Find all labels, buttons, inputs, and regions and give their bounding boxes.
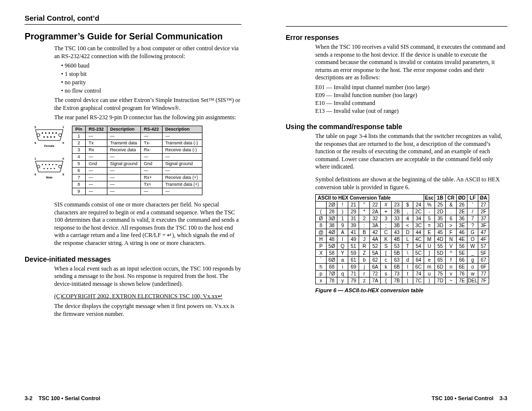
pin-col-header: Pin bbox=[72, 126, 86, 133]
para4: SIS commands consist of one or more char… bbox=[54, 201, 241, 247]
table-cell: 6Ø bbox=[327, 257, 337, 264]
table-cell: ~ bbox=[446, 277, 457, 284]
table-cell: > bbox=[446, 222, 457, 229]
db9-female: 5 1 9 6 Female bbox=[34, 126, 64, 147]
table-cell: 2Ø bbox=[327, 202, 337, 208]
table-cell: 4 bbox=[402, 215, 413, 222]
bullet-item: 1 stop bit bbox=[61, 70, 241, 78]
table-cell: 6 bbox=[446, 215, 457, 222]
table-cell: 27 bbox=[478, 202, 489, 208]
footer-left: 3-2 TSC 100 • Serial Control bbox=[25, 395, 100, 401]
table-cell: 3E bbox=[457, 222, 467, 229]
table-cell: — bbox=[107, 133, 141, 139]
table-cell: g bbox=[467, 257, 478, 264]
table-cell: 73 bbox=[392, 271, 402, 277]
table-cell: 6B bbox=[392, 264, 402, 271]
table-cell: 55 bbox=[435, 243, 446, 250]
table-cell: 29 bbox=[348, 208, 359, 215]
table-cell: r bbox=[359, 271, 370, 277]
table-cell: 44 bbox=[413, 229, 424, 236]
table-cell: 4F bbox=[478, 236, 489, 243]
rule-right bbox=[286, 26, 507, 27]
para5: When a local event such as an input sele… bbox=[54, 265, 241, 288]
table-cell: 77 bbox=[478, 271, 489, 277]
table-cell: [ bbox=[381, 250, 392, 257]
para6: The device displays the copyright messag… bbox=[54, 303, 241, 318]
table-row: 9———— bbox=[72, 188, 202, 195]
table-cell: 23 bbox=[392, 202, 402, 208]
table-row: 838939:3A;3B<3C=3D>3E?3F bbox=[316, 222, 489, 229]
table-cell: 79 bbox=[348, 277, 359, 284]
running-head: Serial Control, cont’d bbox=[25, 14, 241, 22]
ascii-head-cell: ØD bbox=[457, 195, 467, 202]
table-cell: Tx+ bbox=[141, 181, 163, 188]
pin-col-header: RS-232 bbox=[86, 126, 107, 133]
table-cell: 2E bbox=[457, 208, 467, 215]
table-cell: — bbox=[141, 188, 163, 195]
db9f-bl: 9 bbox=[34, 141, 36, 144]
table-row: 1———— bbox=[72, 133, 202, 139]
table-cell: ; bbox=[381, 222, 392, 229]
table-cell: 6D bbox=[435, 264, 446, 271]
table-cell: Rx- bbox=[141, 146, 163, 153]
table-cell: Transmit data (-) bbox=[162, 139, 202, 146]
table-cell: b bbox=[359, 257, 370, 264]
svg-rect-14 bbox=[45, 164, 46, 165]
footer-right: TSC 100 • Serial Control 3-3 bbox=[432, 395, 507, 401]
table-cell: a bbox=[337, 257, 348, 264]
svg-rect-15 bbox=[49, 164, 50, 165]
table-cell: z bbox=[359, 277, 370, 284]
table-cell: 21 bbox=[348, 202, 359, 208]
table-cell: 48 bbox=[327, 236, 337, 243]
table-cell: 3F bbox=[478, 222, 489, 229]
table-cell: — bbox=[162, 153, 202, 160]
table-cell: c bbox=[381, 257, 392, 264]
table-cell: ^ bbox=[446, 250, 457, 257]
table-cell: Tx- bbox=[141, 139, 163, 146]
table-cell: Q bbox=[337, 243, 348, 250]
table-cell: . bbox=[446, 208, 457, 215]
svg-point-10 bbox=[54, 137, 55, 138]
error-list: E01 — Invalid input channel number (too … bbox=[315, 84, 507, 115]
page-number-left: 3-2 bbox=[25, 395, 33, 401]
table-cell: ! bbox=[337, 202, 348, 208]
pin-col-header: Description bbox=[162, 126, 202, 133]
table-cell: D bbox=[402, 229, 413, 236]
table-cell: 9 bbox=[72, 188, 86, 195]
db9-diagrams: 5 1 9 6 Female bbox=[34, 126, 64, 179]
table-cell: — bbox=[86, 133, 107, 139]
table-cell: — bbox=[107, 188, 141, 195]
table-row: P5ØQ51R52S53T54U55V56W57 bbox=[316, 243, 489, 250]
table-cell: 2F bbox=[478, 208, 489, 215]
use-body: The table on page 3-4 lists the commands… bbox=[315, 133, 507, 293]
db9f-tl: 5 bbox=[34, 126, 36, 129]
table-cell: ? bbox=[467, 222, 478, 229]
table-cell: 2D bbox=[435, 208, 446, 215]
table-cell: 2A bbox=[370, 208, 381, 215]
table-cell: 2 bbox=[72, 139, 86, 146]
table-row: 5GndSignal groundGndSignal ground bbox=[72, 160, 202, 167]
table-cell: A bbox=[337, 229, 348, 236]
table-cell: Rx+ bbox=[141, 174, 163, 181]
table-cell: u bbox=[424, 271, 435, 277]
table-cell: F bbox=[446, 229, 457, 236]
ascii-head-cell: CR bbox=[446, 195, 457, 202]
table-cell: 24 bbox=[413, 202, 424, 208]
table-cell: 5A bbox=[370, 250, 381, 257]
table-cell: 38 bbox=[327, 222, 337, 229]
svg-rect-13 bbox=[42, 164, 43, 165]
db9m-tr: 5 bbox=[63, 157, 64, 160]
table-cell: 7D bbox=[435, 277, 446, 284]
table-cell: Tx bbox=[86, 139, 107, 146]
table-cell: 52 bbox=[370, 243, 381, 250]
table-cell: y bbox=[337, 277, 348, 284]
table-cell: m bbox=[424, 264, 435, 271]
footer-text-left: TSC 100 • Serial Control bbox=[38, 395, 100, 401]
table-cell: 28 bbox=[327, 208, 337, 215]
table-cell: Receive data (-) bbox=[162, 146, 202, 153]
page-spread: Serial Control, cont’d Programmer’s Guid… bbox=[0, 0, 532, 411]
table-cell: U bbox=[424, 243, 435, 250]
use-para2: Symbol definitions are shown at the begi… bbox=[315, 176, 507, 191]
table-cell: 75 bbox=[435, 271, 446, 277]
table-cell: 9 bbox=[337, 222, 348, 229]
